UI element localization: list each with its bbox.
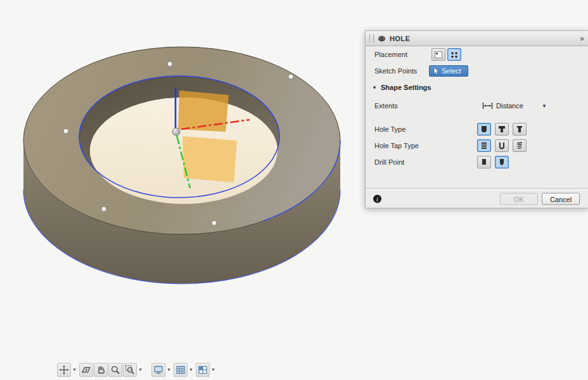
flat-drill-point-icon [480, 158, 489, 166]
select-button-label: Select [442, 67, 461, 75]
tap-type-tapped-button[interactable] [477, 139, 491, 152]
viewports-caret[interactable]: ▼ [210, 363, 216, 377]
placement-multiple-points-button[interactable] [447, 48, 461, 61]
sketch-points-label: Sketch Points [374, 67, 417, 75]
hole-type-row: Hole Type [366, 121, 588, 137]
viewports-icon [198, 365, 208, 375]
info-icon[interactable]: i [373, 195, 381, 203]
chevron-down-icon[interactable]: ▼ [542, 103, 547, 109]
display-settings-caret[interactable]: ▼ [166, 363, 172, 377]
distance-icon [482, 102, 493, 110]
drill-point-row: Drill Point [366, 154, 588, 170]
shape-settings-section[interactable]: ▼ Shape Settings [366, 79, 588, 96]
fit-flyout-caret[interactable]: ▼ [137, 363, 143, 377]
simple-hole-icon [480, 125, 489, 133]
look-at-button[interactable] [79, 363, 93, 377]
dialog-title: HOLE [390, 35, 410, 42]
grid-snaps-caret[interactable]: ▼ [188, 363, 194, 377]
orbit-button[interactable] [57, 363, 71, 377]
hole-type-countersink-button[interactable] [513, 123, 527, 136]
fit-button[interactable] [123, 363, 137, 377]
extents-dropdown[interactable]: Distance ▼ [482, 102, 547, 110]
cursor-arrow-icon [433, 67, 439, 75]
hole-dialog: HOLE » Placement Sketch Points S [365, 30, 588, 208]
viewports-button[interactable] [196, 363, 210, 377]
origin-handle [172, 128, 180, 136]
multiple-points-icon [450, 51, 459, 59]
tap-type-taper-button[interactable] [513, 139, 527, 152]
hole-tap-type-row: Hole Tap Type [366, 137, 588, 154]
placement-label: Placement [374, 51, 407, 58]
shape-settings-label: Shape Settings [381, 84, 431, 91]
ring-body[interactable] [23, 47, 340, 284]
hole-type-label: Hole Type [374, 125, 406, 133]
extents-label: Extents [374, 102, 398, 110]
tap-type-clearance-button[interactable] [495, 139, 509, 152]
angle-drill-point-icon [497, 158, 506, 166]
drag-grip-icon[interactable] [369, 34, 374, 42]
display-settings-button[interactable] [151, 363, 165, 377]
counterbore-hole-icon [497, 125, 506, 133]
hole-type-simple-button[interactable] [477, 123, 491, 136]
hole-tap-type-label: Hole Tap Type [374, 142, 419, 149]
fit-icon [125, 365, 135, 375]
placement-row: Placement [366, 46, 588, 63]
clearance-hole-icon [497, 142, 506, 149]
single-point-icon [434, 51, 443, 59]
look-at-icon [81, 365, 91, 375]
section-expand-icon[interactable]: ▼ [372, 85, 377, 91]
select-button[interactable]: Select [429, 65, 468, 77]
zoom-icon [110, 365, 120, 375]
grid-snaps-button[interactable] [174, 363, 188, 377]
tapped-hole-icon [480, 142, 489, 149]
orbit-icon [59, 365, 69, 375]
toolbar-separator [145, 363, 151, 377]
collapse-panel-icon[interactable]: » [580, 35, 584, 42]
pan-hand-icon [96, 365, 106, 375]
extents-row: Extents Distance ▼ [366, 96, 588, 116]
dialog-titlebar[interactable]: HOLE » [366, 31, 588, 46]
cancel-button[interactable]: Cancel [542, 193, 580, 205]
zoom-button[interactable] [108, 363, 122, 377]
grid-icon [176, 365, 186, 375]
hole-command-icon [378, 35, 386, 42]
drill-point-label: Drill Point [374, 158, 404, 166]
sketch-points-row: Sketch Points Select [366, 63, 588, 79]
hole-type-counterbore-button[interactable] [495, 123, 509, 136]
dialog-footer: i OK Cancel [366, 189, 588, 208]
taper-tapped-hole-icon [515, 142, 524, 149]
navigation-toolbar: ▼ ▼ ▼ [57, 362, 218, 377]
drill-point-flat-button[interactable] [477, 156, 491, 168]
display-settings-icon [153, 365, 163, 375]
drill-point-angle-button[interactable] [495, 156, 509, 168]
ok-button[interactable]: OK [500, 193, 538, 205]
pan-button[interactable] [94, 363, 108, 377]
orbit-flyout-caret[interactable]: ▼ [72, 363, 77, 377]
extents-value: Distance [496, 102, 523, 110]
placement-single-point-button[interactable] [431, 48, 445, 61]
countersink-hole-icon [515, 125, 524, 133]
